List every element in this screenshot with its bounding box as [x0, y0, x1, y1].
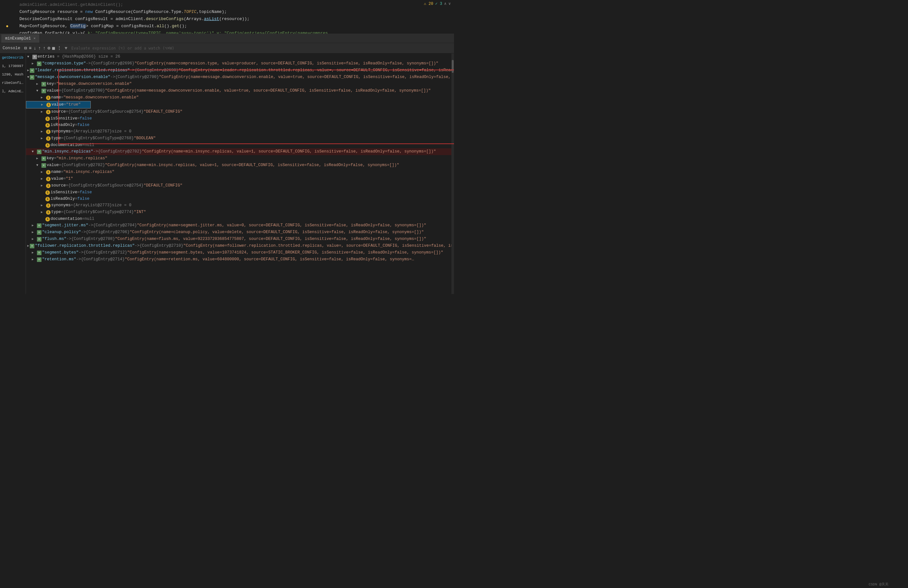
leader-expand[interactable]: ▶ [27, 67, 29, 74]
sidebar-item-3[interactable]: ribeConfig: [0, 79, 26, 87]
dc-documentation-row[interactable]: i documentation = null [26, 142, 454, 148]
min-key-label: key [47, 155, 54, 162]
stream-btn[interactable]: ≡ [29, 46, 31, 51]
min-synonyms-label: synonyms [51, 202, 71, 209]
cleanup-policy-row[interactable]: ▶ ≡ "cleanup.policy" -> {ConfigEntry@270… [26, 229, 454, 236]
min-value-row[interactable]: ▼ ≡ value = {ConfigEntry@2702} "ConfigEn… [26, 162, 454, 169]
downconversion-key: "message.downconversion.enable" [35, 74, 111, 80]
min-key-value: "min.insync.replicas" [56, 155, 108, 162]
entries-header-row[interactable]: ▼ ≡ entries = {HashMap@2666} size = 26 [26, 53, 454, 60]
debugger-toolbar: Console ⊟ ≡ ↓ ↑ ↑ ⚙ ▦ ⋮ ▼ Evaluate expre… [0, 43, 454, 53]
sidebar-item-2[interactable]: 1290, Hash [0, 70, 26, 79]
min-sensitive-row[interactable]: i isSensitive = false [26, 189, 454, 196]
scrollbar[interactable] [451, 53, 454, 294]
fr-icon: ≡ [30, 244, 34, 248]
dc-doc-label: documentation [51, 142, 82, 148]
min-v1-expand[interactable]: ▶ [41, 176, 45, 182]
downconversion-expand[interactable]: ▼ [27, 74, 29, 80]
filter-btn[interactable]: ⊟ [24, 45, 27, 51]
segment-jitter-row[interactable]: ▶ ≡ "segment.jitter.ms" -> {ConfigEntry@… [26, 222, 454, 229]
min-name-expand[interactable]: ▶ [41, 169, 45, 175]
sidebar-item-0[interactable]: getDescrib [0, 53, 26, 62]
settings-btn[interactable]: ⚙ [48, 45, 50, 51]
min-synonyms-row[interactable]: ▶ i synonyms = {ArrayList@2773} size = 0 [26, 202, 454, 209]
fm-expand[interactable]: ▶ [32, 236, 36, 243]
leader-replication-row[interactable]: ▶ ≡ "leader.replication.throttled.replic… [26, 67, 454, 74]
min-source-expand[interactable]: ▶ [41, 183, 45, 189]
dc-name-row[interactable]: ▶ i name = "message.downconversion.enabl… [26, 94, 454, 101]
dc-type-label: type [51, 135, 61, 141]
rm-expand[interactable]: ▶ [32, 257, 36, 263]
min-key-row[interactable]: ▶ ≡ key = "min.insync.replicas" [26, 155, 454, 162]
min-v1-value: "1" [66, 175, 73, 182]
min-value-expand[interactable]: ▼ [36, 162, 41, 169]
dc-name-label: name [51, 94, 61, 101]
dc-isreadonly-row[interactable]: i isReadOnly = false [26, 122, 454, 128]
gutter-icon: ● [6, 22, 8, 30]
min-expand[interactable]: ▼ [32, 149, 36, 155]
min-synonyms-expand[interactable]: ▶ [41, 202, 45, 209]
dc-synonyms-row[interactable]: ▶ i synonyms = {ArrayList@2767} size = 0 [26, 128, 454, 135]
sb-expand[interactable]: ▶ [32, 250, 36, 256]
min-sensitive-icon: i [45, 190, 50, 195]
min-type-expand[interactable]: ▶ [41, 209, 45, 216]
filter-toggle[interactable]: ▼ [65, 46, 68, 51]
retention-ms-row[interactable]: ▶ ≡ "retention.ms" -> {ConfigEntry@2714}… [26, 256, 454, 263]
dc-key-expand[interactable]: ▶ [36, 81, 41, 87]
entries-expand[interactable]: ▼ [27, 54, 32, 60]
min-type-row[interactable]: ▶ i type = {ConfigEntry$ConfigType@2774}… [26, 209, 454, 216]
up-btn[interactable]: ↑ [38, 46, 41, 51]
compression-expand[interactable]: ▶ [32, 61, 36, 67]
debug-panel: getDescrib 1, 1730997 1290, Hash ribeCon… [0, 53, 454, 294]
min-type-label: type [51, 209, 61, 215]
dc-type-expand[interactable]: ▶ [41, 135, 45, 142]
down-btn[interactable]: ↓ [33, 46, 36, 51]
dc-synonyms-expand[interactable]: ▶ [41, 129, 45, 135]
dc-source-row[interactable]: ▶ i source = {ConfigEntry$ConfigSource@2… [26, 108, 454, 115]
table-btn[interactable]: ▦ [52, 45, 55, 51]
up2-btn[interactable]: ↑ [43, 46, 45, 51]
sb-ref: {ConfigEntry@2712} [84, 249, 127, 256]
downconversion-value: "ConfigEntry(name=message.downconversion… [159, 74, 454, 80]
sj-expand[interactable]: ▶ [32, 222, 36, 229]
dc-type-ref: {ConfigEntry$ConfigType@2768} [63, 135, 134, 141]
downconversion-row[interactable]: ▼ ≡ "message.downconversion.enable" -> {… [26, 74, 454, 80]
follower-replication-row[interactable]: ▶ ≡ "follower.replication.throttled.repl… [26, 243, 454, 249]
scroll-thumb[interactable] [452, 60, 454, 73]
min-name-row[interactable]: ▶ i name = "min.insync.replicas" [26, 169, 454, 175]
sidebar-item-4[interactable]: l, AdminExa [0, 87, 26, 95]
dc-value-true-row[interactable]: ▶ i value = "true" [26, 101, 91, 108]
segment-bytes-row[interactable]: ▶ ≡ "segment.bytes" -> {ConfigEntry@2712… [26, 249, 454, 256]
min-readonly-row[interactable]: i isReadOnly = false [26, 196, 454, 202]
cp-expand[interactable]: ▶ [32, 229, 36, 236]
tab-close[interactable]: × [33, 37, 35, 40]
dc-type-row[interactable]: ▶ i type = {ConfigEntry$ConfigType@2768}… [26, 135, 454, 142]
min-source-row[interactable]: ▶ i source = {ConfigEntry$ConfigSource@2… [26, 182, 454, 189]
min-readonly-label: isReadOnly [51, 196, 75, 202]
rm-arrow: -> [76, 256, 81, 263]
sb-icon: ≡ [37, 251, 42, 255]
dc-name-expand[interactable]: ▶ [41, 95, 45, 101]
min-doc-row[interactable]: i documentation = null [26, 216, 454, 222]
dc-value-expand[interactable]: ▼ [36, 88, 41, 94]
min-key-expand[interactable]: ▶ [36, 156, 41, 162]
dc-issensitive-row[interactable]: i isSensitive = false [26, 115, 454, 122]
tree-panel[interactable]: ▼ ≡ entries = {HashMap@2666} size = 26 ▶… [26, 53, 454, 294]
code-line-2: ConfigResource resource = new ConfigReso… [0, 8, 454, 16]
tab-minexample1[interactable]: minExample1 × [1, 34, 40, 43]
dc-value-summary: "ConfigEntry(name=message.downconversion… [105, 87, 431, 94]
sidebar-item-1[interactable]: 1, 1730997 [0, 62, 26, 70]
min-insync-row[interactable]: ▼ ≡ "min.insync.replicas" -> {ConfigEntr… [26, 148, 454, 155]
min-value-1-row[interactable]: ▶ i value = "1" [26, 175, 454, 182]
downconversion-value-row[interactable]: ▼ ≡ value = {ConfigEntry@2700} "ConfigEn… [26, 87, 454, 94]
fr-expand[interactable]: ▶ [27, 243, 29, 249]
downconversion-key-row[interactable]: ▶ ≡ key = "message.downconversion.enable… [26, 80, 454, 87]
dc-synonyms-size: size = 0 [112, 128, 132, 135]
expand-icon[interactable]: ∧ [444, 1, 446, 6]
compression-type-row[interactable]: ▶ ≡ "compression.type" -> {ConfigEntry@2… [26, 60, 454, 67]
layout-btn[interactable]: ⋮ [57, 45, 61, 51]
flush-ms-row[interactable]: ▶ ≡ "flush.ms" -> {ConfigEntry@2708} "Co… [26, 236, 454, 243]
dc-true-expand[interactable]: ▶ [41, 102, 46, 108]
collapse-icon[interactable]: ∨ [449, 1, 451, 6]
dc-source-expand[interactable]: ▶ [41, 109, 45, 115]
